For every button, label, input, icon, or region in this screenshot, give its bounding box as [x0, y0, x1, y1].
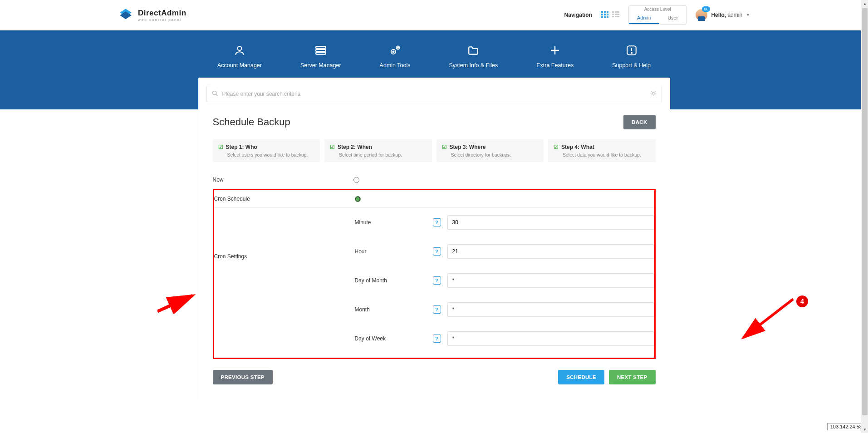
cron-hour-row: Hour ?	[355, 237, 654, 266]
next-step-button[interactable]: NEXT STEP	[609, 370, 656, 384]
cron-settings-area: Cron Settings Minute ? Hour ? Day of Mon…	[214, 208, 654, 353]
minute-label: Minute	[355, 219, 427, 226]
svg-point-34	[652, 92, 654, 94]
schedule-button[interactable]: SCHEDULE	[558, 370, 604, 384]
nav-support-help[interactable]: Support & Help	[612, 44, 651, 69]
help-icon[interactable]: ?	[433, 335, 441, 343]
schedule-now-row: Now	[213, 171, 656, 189]
hour-label: Hour	[355, 248, 427, 255]
svg-rect-16	[615, 16, 619, 17]
now-label: Now	[213, 177, 353, 183]
svg-rect-5	[601, 14, 603, 15]
help-icon[interactable]: ?	[433, 305, 441, 314]
cron-month-row: Month ?	[355, 295, 654, 324]
access-tab-admin[interactable]: Admin	[629, 12, 659, 24]
svg-rect-9	[604, 16, 606, 18]
search-input[interactable]	[206, 86, 662, 102]
svg-line-33	[216, 94, 217, 96]
schedule-cron-row: Cron Schedule	[214, 190, 654, 208]
svg-point-17	[238, 46, 242, 50]
page-title: Schedule Backup	[213, 116, 290, 128]
steps-indicator: ☑Step 1: Who Select users you would like…	[206, 139, 662, 171]
cron-minute-row: Minute ?	[355, 208, 654, 237]
topbar: DirectAdmin web control panel Navigation…	[0, 0, 868, 30]
navigation-label: Navigation	[564, 12, 592, 18]
list-view-icon[interactable]	[612, 11, 619, 20]
previous-step-button[interactable]: PREVIOUS STEP	[213, 370, 273, 384]
plus-icon	[549, 44, 560, 57]
svg-line-36	[743, 299, 793, 338]
help-icon[interactable]: ?	[433, 276, 441, 285]
svg-rect-8	[601, 16, 603, 18]
svg-rect-20	[316, 52, 326, 54]
gear-icon[interactable]	[650, 90, 657, 98]
gears-icon	[389, 44, 402, 57]
step-1[interactable]: ☑Step 1: Who Select users you would like…	[213, 139, 320, 162]
step-4[interactable]: ☑Step 4: What Select data you would like…	[548, 139, 656, 162]
svg-rect-7	[607, 14, 608, 15]
hour-input[interactable]	[447, 244, 654, 259]
directadmin-logo-icon	[118, 7, 133, 24]
step-2[interactable]: ☑Step 2: When Select time period for bac…	[324, 139, 432, 162]
grid-view-icon[interactable]	[601, 11, 608, 20]
day-of-month-label: Day of Month	[355, 277, 427, 284]
svg-line-31	[157, 295, 193, 311]
nav-account-manager[interactable]: Account Manager	[217, 44, 262, 69]
highlighted-section: Cron Schedule Cron Settings Minute ? Hou…	[213, 189, 656, 359]
notification-badge: 60	[702, 6, 710, 12]
alert-icon	[626, 44, 638, 57]
check-icon: ☑	[330, 144, 335, 150]
folder-icon	[467, 44, 479, 57]
logo[interactable]: DirectAdmin web control panel	[118, 7, 186, 24]
check-icon: ☑	[218, 144, 223, 150]
greeting-text: Hello, admin	[711, 12, 742, 18]
scrollbar-thumb[interactable]	[862, 8, 868, 399]
svg-rect-4	[607, 11, 608, 13]
user-menu[interactable]: 60 Hello, admin ▼	[696, 9, 750, 21]
svg-rect-6	[604, 14, 606, 15]
search-icon	[212, 90, 218, 98]
svg-rect-19	[316, 49, 326, 51]
access-tab-user[interactable]: User	[659, 12, 686, 24]
nav-system-info[interactable]: System Info & Files	[449, 44, 498, 69]
access-level-switcher: Access Level Admin User	[628, 5, 687, 25]
annotation-badge-4: 4	[795, 295, 809, 308]
svg-point-32	[212, 91, 216, 95]
minute-input[interactable]	[447, 215, 654, 230]
chevron-down-icon: ▼	[746, 13, 750, 17]
annotation-arrow-left	[157, 291, 198, 314]
annotation-arrow-4	[736, 297, 795, 342]
cron-schedule-label: Cron Schedule	[214, 196, 355, 202]
nav-extra-features[interactable]: Extra Features	[536, 44, 574, 69]
user-icon	[234, 44, 245, 57]
help-icon[interactable]: ?	[433, 247, 441, 256]
cron-schedule-radio[interactable]	[355, 196, 361, 202]
svg-rect-10	[607, 16, 608, 18]
scrollbar[interactable]: ▲ ▼	[861, 0, 868, 399]
help-icon[interactable]: ?	[433, 218, 441, 226]
logo-title: DirectAdmin	[138, 9, 186, 18]
svg-rect-11	[612, 11, 614, 13]
day-of-month-input[interactable]	[447, 273, 654, 288]
server-icon	[315, 44, 327, 57]
now-radio[interactable]	[353, 177, 359, 183]
month-label: Month	[355, 306, 427, 313]
back-button[interactable]: BACK	[623, 115, 655, 129]
svg-rect-13	[612, 14, 614, 15]
scrollbar-up-icon[interactable]: ▲	[861, 0, 868, 7]
svg-point-24	[397, 47, 398, 48]
svg-point-22	[392, 51, 394, 53]
day-of-week-input[interactable]	[447, 331, 654, 346]
nav-admin-tools[interactable]: Admin Tools	[380, 44, 411, 69]
month-input[interactable]	[447, 302, 654, 317]
svg-point-29	[631, 52, 632, 53]
footer-buttons: PREVIOUS STEP SCHEDULE NEXT STEP	[206, 359, 662, 391]
svg-rect-14	[615, 14, 619, 15]
svg-rect-2	[601, 11, 603, 13]
svg-rect-18	[316, 46, 326, 48]
nav-server-manager[interactable]: Server Manager	[300, 44, 341, 69]
step-3[interactable]: ☑Step 3: Where Select directory for back…	[436, 139, 544, 162]
search-bar	[206, 86, 662, 102]
cron-dow-row: Day of Week ?	[355, 324, 654, 353]
content-card: Schedule Backup BACK ☑Step 1: Who Select…	[198, 78, 670, 399]
